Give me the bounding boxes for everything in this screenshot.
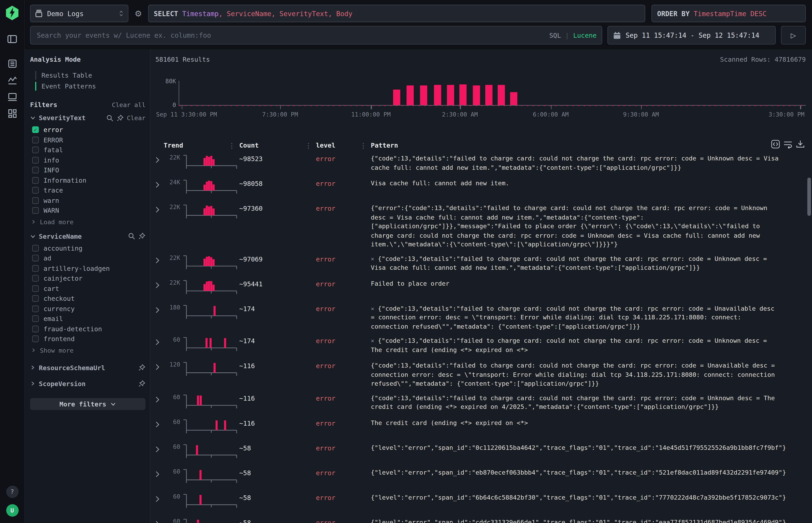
checkbox[interactable]	[32, 336, 39, 342]
checkbox[interactable]	[32, 157, 39, 163]
checkbox[interactable]	[32, 245, 39, 251]
filter-option[interactable]: ✓ error	[30, 125, 146, 135]
analysis-mode-event-patterns[interactable]: Event Patterns	[31, 81, 145, 92]
filter-option[interactable]: cart	[30, 284, 146, 293]
expand-row-icon[interactable]	[155, 152, 163, 174]
chevron-down-icon[interactable]	[30, 115, 36, 121]
filter-option[interactable]: email	[30, 314, 146, 324]
sidebar-toggle-icon[interactable]	[6, 33, 18, 44]
source-settings-gear-icon[interactable]: ⚙	[134, 5, 143, 22]
view-source-code-icon[interactable]	[771, 140, 780, 149]
filter-group-name[interactable]: SeverityText	[39, 114, 86, 122]
expand-row-icon[interactable]	[155, 277, 163, 299]
table-row[interactable]: 22K ~97069 error ×{"code":13,"details":"…	[155, 250, 812, 275]
filter-option[interactable]: WARN	[30, 205, 146, 216]
col-header-trend[interactable]: Trend⋮	[163, 141, 239, 149]
load-more-link[interactable]: Load more	[30, 216, 146, 228]
query-select-input[interactable]: SELECT Timestamp, ServiceName, SeverityT…	[148, 5, 645, 22]
user-avatar[interactable]: U	[6, 504, 19, 517]
expand-row-icon[interactable]	[155, 441, 163, 463]
checkbox[interactable]: ✓	[32, 126, 39, 133]
scrollbar-thumb[interactable]	[807, 178, 811, 216]
dismiss-x-icon[interactable]: ×	[371, 255, 374, 262]
filter-option[interactable]: checkout	[30, 293, 146, 304]
table-row[interactable]: 60 ~174 error ×{"code":13,"details":"fai…	[155, 332, 812, 357]
search-icon[interactable]	[106, 114, 113, 121]
checkbox[interactable]	[32, 305, 39, 312]
filter-group-name[interactable]: ServiceName	[39, 232, 82, 240]
checkbox[interactable]	[32, 285, 39, 292]
checkbox[interactable]	[32, 197, 39, 204]
checkbox[interactable]	[32, 177, 39, 183]
col-header-count[interactable]: Count⋮	[239, 141, 316, 149]
table-row[interactable]: 60 ~58 error {"level":"error","span_id":…	[155, 439, 812, 464]
download-icon[interactable]	[796, 140, 805, 149]
checkbox[interactable]	[32, 187, 39, 194]
clear-all-filters-link[interactable]: Clear all	[112, 101, 146, 108]
chart-explorer-icon[interactable]	[6, 75, 18, 86]
table-row[interactable]: 180 ~174 error ×{"code":13,"details":"fa…	[155, 300, 812, 332]
checkbox[interactable]	[32, 255, 39, 262]
table-row[interactable]: 22K ~98523 error {"code":13,"details":"f…	[155, 150, 812, 175]
expand-row-icon[interactable]	[155, 491, 163, 513]
checkbox[interactable]	[32, 265, 39, 272]
sessions-icon[interactable]	[6, 91, 18, 103]
hyperdx-logo-icon[interactable]	[5, 5, 20, 21]
show-more-link[interactable]: Show more	[30, 344, 146, 357]
table-row[interactable]: 120 ~116 error {"code":13,"details":"fai…	[155, 357, 812, 390]
filter-option[interactable]: trace	[30, 185, 146, 195]
filter-option[interactable]: ERROR	[30, 135, 146, 145]
table-row[interactable]: 60 ~58 error {"level":"error","span_id":…	[155, 489, 812, 514]
filter-option[interactable]: artillery-loadgen	[30, 263, 146, 273]
table-row[interactable]: 24K ~98058 error Visa cache full: cannot…	[155, 175, 812, 200]
filter-option[interactable]: frontend	[30, 334, 146, 344]
filter-group-scopeversion[interactable]: ScopeVersion	[30, 376, 146, 392]
pin-icon[interactable]	[138, 380, 146, 387]
expand-row-icon[interactable]	[155, 252, 163, 274]
pin-icon[interactable]	[138, 233, 146, 240]
filter-group-resourceschemaurl[interactable]: ResourceSchemaUrl	[30, 360, 146, 376]
expand-row-icon[interactable]	[155, 177, 163, 199]
search-logs-icon[interactable]	[6, 58, 18, 69]
filter-option[interactable]: accounting	[30, 243, 146, 253]
checkbox[interactable]	[32, 295, 39, 302]
table-row[interactable]: 60 ~58 error {"level":"error","span_id":…	[155, 514, 812, 523]
expand-row-icon[interactable]	[155, 516, 163, 523]
search-input[interactable]	[36, 31, 545, 40]
checkbox[interactable]	[32, 275, 39, 282]
checkbox[interactable]	[32, 315, 39, 322]
filter-option[interactable]: info	[30, 155, 146, 165]
filter-option[interactable]: currency	[30, 304, 146, 314]
filter-option[interactable]: Information	[30, 175, 146, 185]
source-select[interactable]: Demo Logs	[30, 5, 128, 22]
checkbox[interactable]	[32, 167, 39, 174]
table-row[interactable]: 22K ~97360 error {"error":{"code":13,"de…	[155, 200, 812, 250]
checkbox[interactable]	[32, 207, 39, 214]
col-header-pattern[interactable]: Pattern	[366, 141, 781, 149]
help-icon[interactable]: ?	[6, 486, 19, 498]
expand-row-icon[interactable]	[155, 335, 163, 356]
pin-icon[interactable]	[117, 114, 124, 121]
checkbox[interactable]	[32, 325, 39, 332]
filter-option[interactable]: fatal	[30, 145, 146, 155]
clear-group-link[interactable]: Clear	[127, 114, 146, 121]
filter-option[interactable]: INFO	[30, 165, 146, 175]
query-orderby-input[interactable]: ORDER BY TimestampTime DESC	[651, 5, 806, 22]
histogram-plot[interactable]: Sep 11 3:30:00 PM7:30:00 PM11:00:00 PM2:…	[179, 81, 806, 106]
dismiss-x-icon[interactable]: ×	[371, 338, 374, 344]
dashboards-icon[interactable]	[6, 108, 18, 119]
filter-option[interactable]: ad	[30, 253, 146, 263]
table-row[interactable]: 60 ~58 error {"level":"error","span_id":…	[155, 464, 812, 489]
expand-row-icon[interactable]	[155, 466, 163, 488]
expand-row-icon[interactable]	[155, 417, 163, 438]
run-query-button[interactable]: ▷	[781, 26, 806, 44]
chevron-down-icon[interactable]	[30, 233, 36, 239]
pin-icon[interactable]	[138, 364, 146, 371]
search-icon[interactable]	[128, 233, 135, 240]
checkbox[interactable]	[32, 147, 39, 153]
time-range-picker[interactable]: Sep 11 15:47:14 - Sep 12 15:47:14	[607, 26, 776, 44]
filter-option[interactable]: fraud-detection	[30, 324, 146, 334]
dismiss-x-icon[interactable]: ×	[371, 305, 374, 312]
col-header-level[interactable]: level⋮	[316, 141, 366, 149]
expand-row-icon[interactable]	[155, 302, 163, 331]
